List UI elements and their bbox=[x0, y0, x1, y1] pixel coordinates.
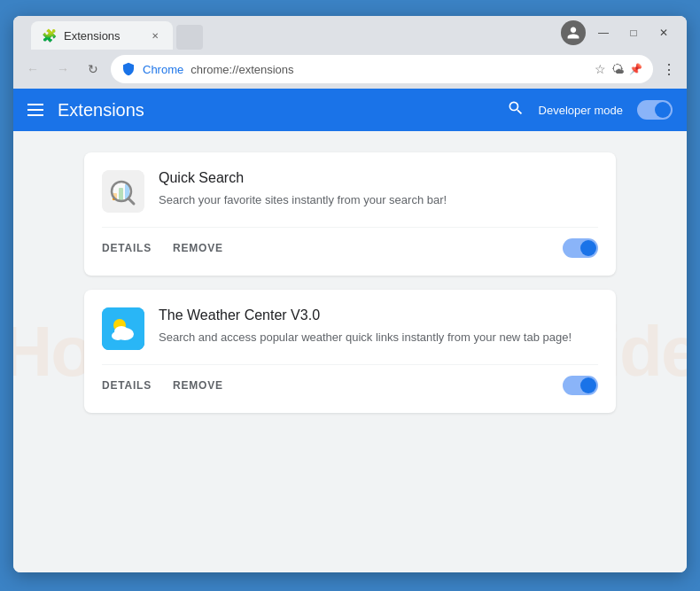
extension-name: Quick Search bbox=[159, 170, 598, 186]
address-bar-icons: ☆ 🌤 📌 bbox=[595, 62, 642, 76]
developer-mode-label: Developer mode bbox=[539, 104, 623, 117]
quick-search-icon bbox=[102, 170, 144, 213]
bookmark-icon[interactable]: ☆ bbox=[595, 62, 606, 76]
card-top: Quick Search Search your favorite sites … bbox=[102, 170, 598, 213]
active-tab[interactable]: 🧩 Extensions ✕ bbox=[31, 21, 173, 50]
tab-title: Extensions bbox=[64, 29, 121, 43]
minimize-button[interactable]: — bbox=[591, 20, 616, 45]
developer-mode-toggle[interactable] bbox=[637, 100, 673, 120]
card-top: The Weather Center V3.0 Search and acces… bbox=[102, 307, 598, 350]
page-title: Extensions bbox=[58, 100, 144, 121]
header-right: Developer mode bbox=[507, 99, 673, 121]
address-bar[interactable]: Chrome chrome://extensions ☆ 🌤 📌 bbox=[111, 55, 653, 83]
extension-info: The Weather Center V3.0 Search and acces… bbox=[159, 307, 598, 350]
extensions-content: HowToRemove.Guide bbox=[13, 131, 687, 572]
tab-bar: 🧩 Extensions ✕ bbox=[24, 16, 554, 50]
browser-window: 🧩 Extensions ✕ — □ ✕ ← → ↻ Chrome chrome… bbox=[13, 16, 687, 572]
details-button[interactable]: DETAILS bbox=[102, 238, 152, 258]
details-button[interactable]: DETAILS bbox=[102, 376, 152, 395]
remove-button[interactable]: REMOVE bbox=[173, 238, 223, 258]
quick-search-toggle[interactable] bbox=[563, 238, 598, 258]
back-button[interactable]: ← bbox=[20, 57, 45, 82]
extensions-header: Extensions Developer mode bbox=[13, 89, 687, 131]
extension-card: Quick Search Search your favorite sites … bbox=[84, 152, 616, 276]
close-button[interactable]: ✕ bbox=[651, 20, 676, 45]
extension-toggle[interactable] bbox=[563, 376, 598, 395]
extension-card: The Weather Center V3.0 Search and acces… bbox=[84, 290, 616, 413]
card-bottom: DETAILS REMOVE bbox=[102, 227, 598, 258]
profile-button[interactable] bbox=[561, 20, 586, 45]
svg-point-10 bbox=[114, 326, 128, 337]
new-tab-button[interactable] bbox=[176, 25, 203, 50]
hamburger-menu-button[interactable] bbox=[27, 104, 43, 116]
title-bar: 🧩 Extensions ✕ — □ ✕ bbox=[13, 16, 687, 50]
weather-extension-icon[interactable]: 🌤 bbox=[611, 62, 624, 76]
extension-description: Search and access popular weather quick … bbox=[159, 329, 598, 346]
address-brand: Chrome bbox=[143, 63, 183, 76]
pin-icon[interactable]: 📌 bbox=[629, 63, 642, 75]
search-button[interactable] bbox=[507, 99, 525, 121]
tab-favicon: 🧩 bbox=[42, 28, 57, 43]
extension-info: Quick Search Search your favorite sites … bbox=[159, 170, 598, 213]
extension-description: Search your favorite sites instantly fro… bbox=[159, 191, 598, 209]
weather-center-icon bbox=[102, 307, 144, 350]
remove-button[interactable]: REMOVE bbox=[173, 376, 223, 395]
chrome-menu-button[interactable]: ⋮ bbox=[658, 58, 680, 82]
address-url: chrome://extensions bbox=[191, 63, 293, 76]
address-bar-row: ← → ↻ Chrome chrome://extensions ☆ 🌤 📌 ⋮ bbox=[13, 50, 687, 89]
card-bottom: DETAILS REMOVE bbox=[102, 364, 598, 395]
extension-toggle[interactable] bbox=[563, 238, 598, 258]
maximize-button[interactable]: □ bbox=[621, 20, 646, 45]
window-controls: — □ ✕ bbox=[561, 20, 676, 45]
extension-name: The Weather Center V3.0 bbox=[159, 307, 598, 323]
tab-close-button[interactable]: ✕ bbox=[148, 28, 162, 43]
weather-center-toggle[interactable] bbox=[563, 376, 598, 395]
secure-icon bbox=[121, 62, 136, 76]
forward-button[interactable]: → bbox=[51, 57, 75, 82]
refresh-button[interactable]: ↻ bbox=[81, 57, 105, 82]
